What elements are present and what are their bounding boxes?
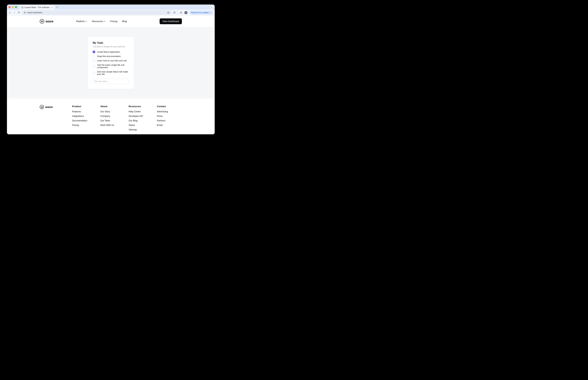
footer-heading: Contact bbox=[157, 105, 182, 108]
chevron-down-icon bbox=[86, 21, 87, 22]
address-bar[interactable]: wave.test/todos bbox=[22, 10, 172, 15]
extensions-icon[interactable] bbox=[173, 11, 176, 14]
footer-link[interactable]: Work With Us bbox=[100, 124, 125, 126]
todo-card: My Todo You have 4 things on your todo l… bbox=[88, 37, 134, 89]
svg-point-3 bbox=[210, 13, 210, 13]
todo-checkbox[interactable] bbox=[93, 55, 95, 57]
todo-label: See how simple Wave will make your life bbox=[97, 71, 129, 76]
relaunch-button[interactable]: Relaunch to update bbox=[190, 11, 213, 15]
todo-label: Install Wave Application bbox=[97, 51, 120, 53]
site-header: wave Platform Resources bbox=[7, 16, 215, 27]
main-nav: Platform Resources Pricing bbox=[76, 20, 127, 23]
todo-list: Install Wave ApplicationRead the documen… bbox=[93, 51, 129, 76]
card-title: My Todo bbox=[93, 41, 129, 44]
relaunch-label: Relaunch to update bbox=[191, 11, 209, 14]
footer-link[interactable]: Partners bbox=[157, 119, 182, 122]
window-close-icon[interactable] bbox=[9, 6, 11, 8]
todo-item: Install Wave Application bbox=[93, 51, 129, 53]
reading-mode-icon[interactable] bbox=[180, 11, 182, 14]
footer-link[interactable]: Integrations bbox=[72, 115, 97, 117]
todo-item: Read the documentation bbox=[93, 55, 129, 57]
page-viewport[interactable]: wave Platform Resources bbox=[7, 16, 215, 134]
site-settings-icon[interactable] bbox=[24, 11, 26, 14]
forward-button[interactable] bbox=[13, 11, 16, 14]
footer-link[interactable]: Features bbox=[72, 110, 97, 113]
view-dashboard-button[interactable]: View Dashboard bbox=[160, 19, 182, 24]
browser-toolbar: wave.test/todos Relaunch to update bbox=[7, 10, 215, 16]
page-main: My Todo You have 4 things on your todo l… bbox=[7, 27, 215, 98]
footer-heading: About bbox=[100, 105, 125, 108]
nav-blog[interactable]: Blog bbox=[122, 20, 127, 23]
footer-link[interactable]: Advertising bbox=[157, 110, 182, 113]
nav-platform[interactable]: Platform bbox=[76, 20, 87, 23]
brand-name: wave bbox=[46, 19, 54, 23]
wave-logo-icon bbox=[40, 19, 44, 24]
svg-point-1 bbox=[210, 12, 210, 12]
window-maximize-icon[interactable] bbox=[15, 6, 17, 8]
todo-checkbox[interactable] bbox=[93, 51, 95, 53]
footer-link[interactable]: Our Team bbox=[100, 119, 125, 122]
footer-link[interactable]: Press bbox=[157, 115, 182, 117]
footer-link[interactable]: Company bbox=[100, 115, 125, 117]
footer-link[interactable]: Pricing bbox=[72, 124, 97, 126]
browser-tab[interactable]: Laravel Wave - The Software × bbox=[20, 5, 55, 10]
footer-link[interactable]: Developer API bbox=[129, 115, 154, 117]
tab-title: Laravel Wave - The Software bbox=[24, 6, 49, 9]
new-tab-button[interactable]: + bbox=[55, 6, 59, 9]
nav-resources[interactable]: Resources bbox=[92, 20, 105, 23]
todo-label: Add the todos single-file volt component bbox=[97, 64, 129, 69]
new-todo-input[interactable] bbox=[93, 79, 129, 84]
todo-label: Read the documentation bbox=[97, 55, 121, 57]
todo-label: Learn how to use folio and volt bbox=[97, 59, 127, 62]
wave-logo-icon bbox=[40, 105, 44, 109]
footer-column: ProductFeaturesIntegrationsDocumentation… bbox=[72, 105, 97, 133]
url-text: wave.test/todos bbox=[27, 11, 166, 14]
profile-avatar[interactable] bbox=[184, 11, 188, 14]
footer-link[interactable]: Sitemap bbox=[129, 128, 154, 131]
site-footer: wave ProductFeaturesIntegrationsDocument… bbox=[7, 98, 215, 134]
footer-column: ContactAdvertisingPressPartnersEmail bbox=[157, 105, 182, 133]
nav-pricing[interactable]: Pricing bbox=[110, 20, 117, 23]
footer-link[interactable]: Our Story bbox=[100, 110, 125, 113]
footer-link[interactable]: Our Blog bbox=[129, 119, 154, 122]
back-button[interactable] bbox=[9, 11, 11, 14]
browser-window: Laravel Wave - The Software × + wave.tes… bbox=[7, 4, 215, 134]
footer-column: AboutOur StoryCompanyOur TeamWork With U… bbox=[100, 105, 125, 133]
todo-checkbox[interactable] bbox=[93, 59, 95, 62]
footer-brand: wave bbox=[40, 105, 69, 133]
site-logo[interactable]: wave bbox=[40, 19, 54, 24]
todo-checkbox[interactable] bbox=[93, 72, 95, 74]
tab-menu-button[interactable] bbox=[210, 5, 213, 9]
footer-heading: Resources bbox=[129, 105, 154, 108]
footer-logo[interactable]: wave bbox=[40, 105, 69, 109]
footer-column: ResourcesHelp CenterDeveloper APIOur Blo… bbox=[129, 105, 154, 133]
footer-link[interactable]: Email bbox=[157, 124, 182, 126]
todo-item: Add the todos single-file volt component bbox=[93, 64, 129, 69]
star-icon[interactable] bbox=[167, 11, 170, 14]
reload-button[interactable] bbox=[18, 11, 20, 14]
window-minimize-icon[interactable] bbox=[12, 6, 14, 8]
card-subtitle: You have 4 things on your todo list. bbox=[93, 45, 129, 48]
traffic-lights bbox=[9, 6, 19, 8]
footer-link[interactable]: Status bbox=[129, 124, 154, 126]
footer-link[interactable]: Documentation bbox=[72, 119, 97, 122]
wave-favicon-icon bbox=[21, 6, 23, 9]
tab-close-icon[interactable]: × bbox=[50, 6, 53, 9]
todo-checkbox[interactable] bbox=[93, 65, 95, 67]
chevron-down-icon bbox=[104, 21, 105, 22]
tab-bar: Laravel Wave - The Software × + bbox=[7, 4, 215, 10]
svg-point-2 bbox=[210, 12, 210, 13]
todo-item: See how simple Wave will make your life bbox=[93, 71, 129, 76]
footer-link[interactable]: Help Center bbox=[129, 110, 154, 113]
footer-heading: Product bbox=[72, 105, 97, 108]
todo-item: Learn how to use folio and volt bbox=[93, 59, 129, 62]
